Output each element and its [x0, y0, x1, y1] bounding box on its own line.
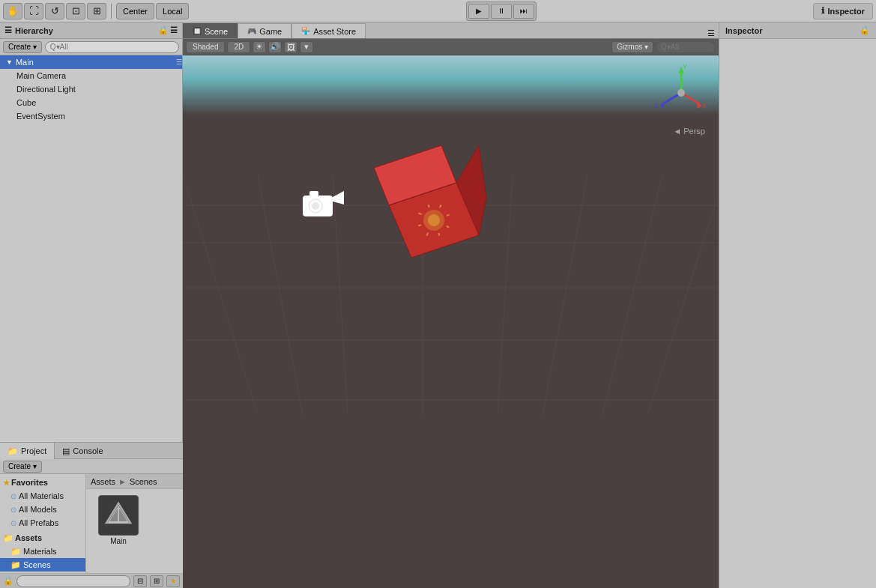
materials-label: Materials — [23, 547, 57, 556]
scale-tool-btn[interactable]: ⊡ — [66, 3, 85, 19]
top-toolbar: ✋ ⛶ ↺ ⊡ ⊞ Center Local ▶ ⏸ ⏭ ℹ Inspector — [0, 0, 876, 22]
svg-line-31 — [428, 204, 429, 207]
hierarchy-menu-btn[interactable]: ☰ — [176, 58, 182, 66]
hierarchy-content: ▼ Main ☰ Main Camera Directional Light C… — [0, 55, 182, 442]
step-button[interactable]: ⏭ — [513, 4, 534, 19]
scene-grid — [183, 55, 719, 588]
play-button[interactable]: ▶ — [468, 4, 489, 19]
project-main-area: Assets ► Scenes — [86, 474, 183, 573]
asset-store-tab[interactable]: 🏪 Asset Store — [292, 23, 366, 38]
breadcrumb-assets[interactable]: Assets — [91, 477, 115, 486]
svg-text:Z: Z — [654, 102, 659, 109]
project-sidebar: ★ Favorites ⊙ All Materials ⊙ All Models… — [0, 474, 86, 573]
scene-tab-icon: 🔲 — [193, 27, 202, 35]
asset-store-tab-label: Asset Store — [313, 27, 356, 36]
scenes-folder-icon: 📁 — [10, 560, 21, 570]
inspector-tab-label: Inspector — [827, 7, 865, 16]
breadcrumb-scenes[interactable]: Scenes — [130, 477, 157, 486]
scenes-label: Scenes — [23, 560, 51, 569]
scene-sun-btn[interactable]: ☀ — [253, 41, 266, 53]
scene-search-input[interactable] — [656, 41, 716, 53]
asset-store-tab-icon: 🏪 — [301, 27, 310, 35]
project-bottom-toolbar: 🔒 ⊟ ⊞ ★ — [0, 573, 183, 588]
hierarchy-item-main-camera[interactable]: Main Camera — [0, 69, 182, 82]
game-tab[interactable]: 🎮 Game — [238, 23, 292, 38]
inspector-lock-icon[interactable]: 🔒 — [860, 25, 870, 35]
sidebar-all-prefabs[interactable]: ⊙ All Prefabs — [0, 516, 85, 530]
all-prefabs-search-icon: ⊙ — [10, 519, 16, 527]
move-tool-btn[interactable]: ⛶ — [24, 3, 43, 19]
project-tab-label: Project — [21, 446, 46, 455]
tabs-menu-btn[interactable]: ☰ — [704, 28, 719, 38]
scene-image-btn[interactable]: 🖼 — [284, 41, 297, 53]
project-view-btn1[interactable]: ⊟ — [133, 575, 147, 587]
sidebar-assets-section[interactable]: 📁 Assets — [0, 531, 85, 545]
inspector-icon: ℹ — [821, 6, 824, 16]
hierarchy-cube-label: Cube — [16, 98, 36, 107]
gizmos-btn[interactable]: Gizmos ▾ — [611, 41, 653, 53]
favorites-star-icon: ★ — [3, 479, 10, 487]
hand-tool-btn[interactable]: ✋ — [3, 3, 22, 19]
center-panel: 🔲 Scene 🎮 Game 🏪 Asset Store ☰ Shaded 2D… — [183, 22, 719, 588]
hierarchy-item-main[interactable]: ▼ Main ☰ — [0, 55, 182, 69]
project-toolbar: Create ▾ — [0, 459, 183, 474]
hierarchy-eventsystem-label: EventSystem — [16, 112, 65, 121]
scene-view[interactable]: Y X Z ◄ Persp — [183, 55, 719, 588]
svg-text:X: X — [702, 102, 707, 109]
sidebar-materials-folder[interactable]: 📁 Materials — [0, 545, 85, 558]
inspector-panel: Inspector 🔒 — [719, 22, 876, 588]
console-tab[interactable]: ▤ Console — [55, 443, 110, 459]
all-prefabs-label: All Prefabs — [19, 518, 58, 527]
rect-tool-btn[interactable]: ⊞ — [87, 3, 106, 19]
hierarchy-item-directional-light[interactable]: Directional Light — [0, 82, 182, 96]
sidebar-scenes-folder[interactable]: 📁 Scenes — [0, 558, 85, 572]
inspector-tab-top[interactable]: ℹ Inspector — [813, 3, 873, 19]
project-assets-grid: Main — [86, 489, 183, 573]
hierarchy-menu-icon[interactable]: ☰ — [170, 25, 178, 35]
hierarchy-search-input[interactable] — [45, 41, 179, 53]
asset-main-icon — [98, 495, 139, 536]
scene-tab[interactable]: 🔲 Scene — [183, 23, 238, 38]
scene-more-btn[interactable]: ▾ — [300, 41, 313, 53]
materials-folder-icon: 📁 — [10, 547, 21, 557]
project-folder-icon: 📁 — [7, 446, 18, 456]
asset-main-scene[interactable]: Main — [92, 495, 145, 545]
hierarchy-item-eventsystem[interactable]: EventSystem — [0, 109, 182, 123]
project-lock-icon[interactable]: 🔒 — [3, 576, 13, 586]
svg-marker-24 — [333, 191, 344, 204]
project-tabs: 📁 Project ▤ Console — [0, 443, 183, 459]
playback-controls: ▶ ⏸ ⏭ — [466, 1, 537, 21]
scene-sound-btn[interactable]: 🔊 — [268, 41, 282, 53]
svg-text:Y: Y — [683, 63, 687, 70]
game-tab-label: Game — [259, 27, 282, 36]
rotate-tool-btn[interactable]: ↺ — [45, 3, 64, 19]
persp-label: ◄ Persp — [673, 127, 705, 136]
project-content: ★ Favorites ⊙ All Materials ⊙ All Models… — [0, 474, 183, 573]
project-star-btn[interactable]: ★ — [166, 575, 180, 587]
project-view-btn2[interactable]: ⊞ — [150, 575, 163, 587]
scene-gizmo[interactable]: Y X Z — [651, 63, 711, 123]
sidebar-all-models[interactable]: ⊙ All Models — [0, 503, 85, 516]
hierarchy-lock-icon[interactable]: 🔒 — [158, 25, 169, 35]
hierarchy-item-cube[interactable]: Cube — [0, 96, 182, 109]
hierarchy-header-right: 🔒 ☰ — [158, 25, 178, 35]
shaded-btn[interactable]: Shaded — [186, 41, 225, 53]
hierarchy-create-btn[interactable]: Create ▾ — [3, 41, 42, 53]
local-button[interactable]: Local — [156, 3, 189, 19]
project-create-btn[interactable]: Create ▾ — [3, 461, 42, 473]
bottom-left: 📁 Project ▤ Console Create ▾ ★ Favorites — [0, 442, 183, 588]
project-breadcrumb: Assets ► Scenes — [86, 474, 183, 489]
2d-btn[interactable]: 2D — [227, 41, 250, 53]
sidebar-favorites-section[interactable]: ★ Favorites — [0, 476, 85, 489]
left-panel: ☰ Hierarchy 🔒 ☰ Create ▾ ▼ Main ☰ — [0, 22, 183, 588]
center-button[interactable]: Center — [116, 3, 154, 19]
breadcrumb-sep: ► — [118, 477, 127, 486]
project-search-input[interactable] — [16, 575, 130, 587]
sidebar-all-materials[interactable]: ⊙ All Materials — [0, 489, 85, 503]
inspector-content — [719, 39, 876, 588]
console-tab-label: Console — [73, 446, 103, 455]
assets-label: Assets — [15, 533, 42, 542]
pause-button[interactable]: ⏸ — [491, 4, 512, 19]
project-tab[interactable]: 📁 Project — [0, 443, 55, 459]
main-layout: ☰ Hierarchy 🔒 ☰ Create ▾ ▼ Main ☰ — [0, 22, 876, 588]
